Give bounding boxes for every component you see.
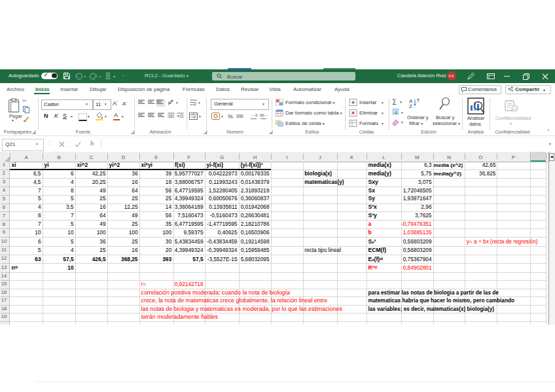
svg-text:Z: Z — [409, 103, 412, 109]
svg-text:←0: ←0 — [251, 113, 258, 117]
svg-text:00→: 00→ — [260, 113, 268, 117]
